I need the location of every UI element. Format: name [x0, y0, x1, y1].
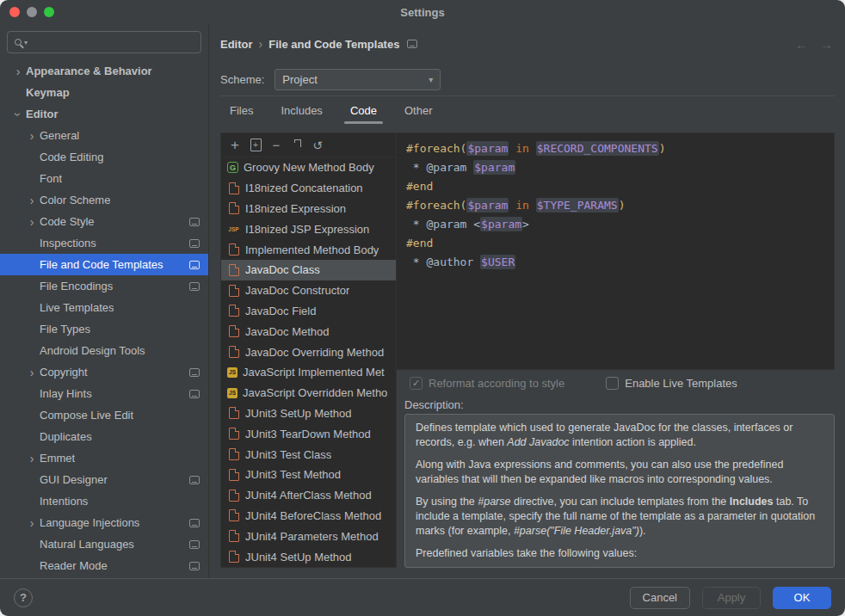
sidebar-item-color-scheme[interactable]: ›Color Scheme: [0, 189, 208, 211]
copy-template-icon[interactable]: [287, 139, 307, 151]
help-button[interactable]: ?: [14, 588, 33, 607]
template-item-javadoc-overriding-method[interactable]: JavaDoc Overriding Method: [221, 342, 396, 362]
minimize-button[interactable]: [27, 7, 37, 17]
sidebar-item-natural-languages[interactable]: ›Natural Languages: [0, 533, 208, 555]
template-item-junit3-setup-method[interactable]: JUnit3 SetUp Method: [221, 403, 396, 424]
template-item-label: JUnit4 AfterClass Method: [245, 489, 372, 502]
search-history-chevron-icon: ▾: [24, 39, 28, 46]
sidebar-item-copyright[interactable]: ›Copyright: [0, 361, 208, 383]
template-item-label: JavaDoc Constructor: [245, 284, 349, 297]
tab-files[interactable]: Files: [216, 96, 267, 124]
template-item-junit3-test-method[interactable]: JUnit3 Test Method: [221, 465, 396, 485]
sidebar-item-appearance-behavior[interactable]: ›Appearance & Behavior: [0, 60, 208, 82]
zoom-button[interactable]: [44, 7, 54, 17]
ok-button[interactable]: OK: [773, 587, 831, 609]
sidebar-item-language-injections[interactable]: ›Language Injections: [0, 512, 208, 533]
sidebar-item-code-style[interactable]: ›Code Style: [0, 211, 208, 232]
breadcrumb-editor[interactable]: Editor: [220, 38, 253, 51]
template-item-i18nized-jsp-expression[interactable]: JSPI18nized JSP Expression: [221, 219, 396, 239]
template-item-label: JavaDoc Overriding Method: [245, 346, 384, 359]
template-item-junit4-afterclass-method[interactable]: JUnit4 AfterClass Method: [221, 485, 396, 506]
sidebar-item-keymap[interactable]: ›Keymap: [0, 82, 208, 103]
description-paragraph: Defines template which used to generate …: [416, 421, 823, 450]
sidebar: ▾ ›Appearance & Behavior›Keymap›Editor›G…: [0, 24, 209, 578]
search-input[interactable]: ▾: [7, 31, 201, 53]
sidebar-item-code-editing[interactable]: ›Code Editing: [0, 146, 208, 168]
template-file-icon: [227, 530, 240, 542]
template-file-icon: [227, 448, 240, 460]
sidebar-item-file-and-code-templates[interactable]: ›File and Code Templates: [0, 254, 208, 275]
create-child-template-icon[interactable]: [245, 139, 266, 151]
sidebar-item-android-design-tools[interactable]: ›Android Design Tools: [0, 340, 208, 361]
sidebar-item-editor[interactable]: ›Editor: [0, 103, 208, 125]
tab-includes[interactable]: Includes: [267, 96, 336, 124]
reformat-checkbox[interactable]: ✓ Reformat according to style: [410, 377, 564, 390]
chevron-right-icon[interactable]: ›: [24, 194, 40, 207]
chevron-right-icon[interactable]: ›: [24, 452, 40, 465]
forward-icon[interactable]: →: [820, 37, 833, 52]
template-item-implemented-method-body[interactable]: Implemented Method Body: [221, 239, 396, 260]
description-box: Defines template which used to generate …: [404, 414, 835, 568]
project-settings-icon: [189, 239, 200, 248]
template-item-i18nized-expression[interactable]: I18nized Expression: [221, 199, 396, 219]
sidebar-item-reader-mode[interactable]: ›Reader Mode: [0, 555, 208, 576]
enable-live-templates-checkbox[interactable]: Enable Live Templates: [606, 377, 737, 390]
sidebar-item-inspections[interactable]: ›Inspections: [0, 232, 208, 254]
scheme-value: Project: [282, 73, 317, 86]
chevron-right-icon[interactable]: ›: [10, 65, 26, 78]
back-icon[interactable]: ←: [795, 37, 808, 52]
cancel-button[interactable]: Cancel: [630, 587, 690, 609]
settings-tree: ›Appearance & Behavior›Keymap›Editor›Gen…: [0, 55, 208, 578]
reset-to-default-icon[interactable]: ↺: [307, 139, 328, 152]
template-item-javadoc-field[interactable]: JavaDoc Field: [221, 301, 396, 322]
chevron-right-icon[interactable]: ›: [24, 129, 40, 143]
tab-other[interactable]: Other: [391, 96, 447, 124]
sidebar-item-gui-designer[interactable]: ›GUI Designer: [0, 469, 208, 490]
remove-template-icon[interactable]: −: [266, 138, 287, 152]
template-item-junit4-beforeclass-method[interactable]: JUnit4 BeforeClass Method: [221, 506, 396, 527]
scheme-select[interactable]: Project ▾: [274, 69, 441, 90]
sidebar-item-file-encodings[interactable]: ›File Encodings: [0, 275, 208, 297]
project-settings-icon: [189, 476, 200, 484]
project-settings-icon: [189, 519, 200, 527]
sidebar-item-label: Code Style: [40, 215, 95, 228]
template-item-junit3-test-class[interactable]: JUnit3 Test Class: [221, 444, 396, 465]
template-item-javadoc-class[interactable]: JavaDoc Class: [221, 260, 396, 280]
template-item-label: JUnit3 Test Class: [245, 448, 331, 461]
chevron-right-icon[interactable]: ›: [24, 516, 40, 530]
sidebar-item-general[interactable]: ›General: [0, 125, 208, 146]
tab-code[interactable]: Code: [336, 96, 391, 124]
project-settings-icon: [189, 261, 200, 269]
sidebar-item-duplicates[interactable]: ›Duplicates: [0, 426, 208, 447]
template-item-junit4-parameters-method[interactable]: JUnit4 Parameters Method: [221, 526, 396, 546]
sidebar-item-file-types[interactable]: ›File Types: [0, 318, 208, 340]
template-item-junit4-setup-method[interactable]: JUnit4 SetUp Method: [221, 546, 396, 567]
template-file-icon: [227, 346, 240, 358]
add-template-icon[interactable]: +: [225, 137, 245, 154]
sidebar-item-label: Code Editing: [40, 151, 103, 163]
template-item-groovy-new-method-body[interactable]: GGroovy New Method Body: [221, 157, 396, 178]
sidebar-item-compose-live-edit[interactable]: ›Compose Live Edit: [0, 404, 208, 426]
template-item-javascript-implemented-met[interactable]: JSJavaScript Implemented Met: [221, 362, 396, 383]
js-file-icon: JS: [227, 367, 237, 378]
sidebar-item-font[interactable]: ›Font: [0, 168, 208, 189]
chevron-right-icon[interactable]: ›: [24, 215, 40, 229]
sidebar-item-emmet[interactable]: ›Emmet: [0, 447, 208, 469]
chevron-down-icon[interactable]: ›: [11, 107, 25, 122]
chevron-right-icon[interactable]: ›: [24, 366, 40, 379]
close-button[interactable]: [9, 7, 20, 17]
template-item-javadoc-constructor[interactable]: JavaDoc Constructor: [221, 280, 396, 301]
template-item-javadoc-method[interactable]: JavaDoc Method: [221, 321, 396, 342]
template-item-javascript-overridden-metho[interactable]: JSJavaScript Overridden Metho: [221, 383, 396, 403]
template-editor[interactable]: #foreach($param in $RECORD_COMPONENTS) *…: [397, 132, 835, 370]
sidebar-item-intentions[interactable]: ›Intentions: [0, 490, 208, 512]
sidebar-item-label: Color Scheme: [40, 194, 110, 206]
template-item-junit3-teardown-method[interactable]: JUnit3 TearDown Method: [221, 423, 396, 444]
apply-button[interactable]: Apply: [702, 587, 761, 609]
project-settings-icon: [189, 390, 200, 398]
template-item-i18nized-concatenation[interactable]: I18nized Concatenation: [221, 178, 396, 199]
sidebar-item-live-templates[interactable]: ›Live Templates: [0, 297, 208, 318]
sidebar-item-inlay-hints[interactable]: ›Inlay Hints: [0, 383, 208, 404]
settings-window: Settings ▾ ›Appearance & Behavior›Keymap…: [0, 0, 845, 616]
footer: ? Cancel Apply OK: [0, 578, 845, 616]
